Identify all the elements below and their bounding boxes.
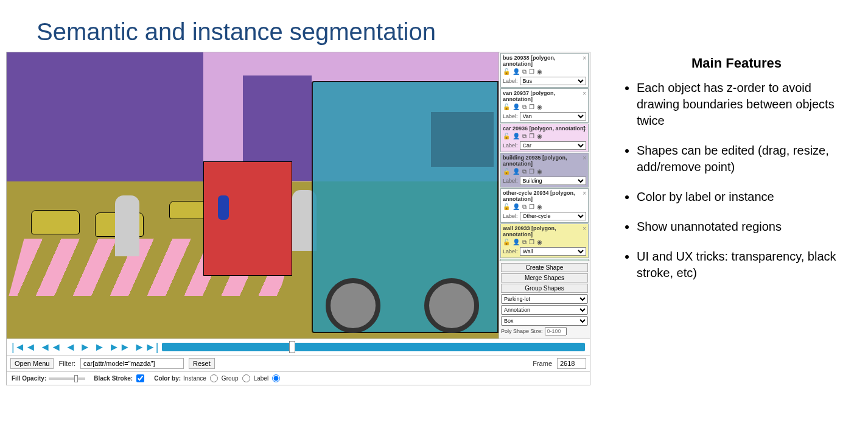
annotation-label-select[interactable]: Other-cycle [520, 212, 586, 220]
segment-rider[interactable] [218, 195, 229, 220]
annotation-card[interactable]: ×other-cycle 20934 [polygon, annotation]… [500, 188, 589, 223]
lock-icon[interactable]: 🔓 [503, 133, 510, 140]
annotation-card[interactable]: ×car 20936 [polygon, annotation]🔓👤⧉❐◉Lab… [500, 124, 589, 152]
close-icon[interactable]: × [583, 155, 586, 161]
annotation-card[interactable]: ×van 20937 [polygon, annotation]🔓👤⧉❐◉Lab… [500, 88, 589, 123]
play-button[interactable]: ► [80, 342, 91, 353]
lock-icon[interactable]: 🔓 [503, 168, 510, 175]
annotation-label-field: Label: [503, 142, 518, 149]
annotation-label-select[interactable]: Building [520, 177, 586, 185]
copy-icon[interactable]: ⧉ [522, 68, 527, 75]
merge-shapes-button[interactable]: Merge Shapes [501, 273, 588, 282]
layers-icon[interactable]: ❐ [529, 203, 534, 211]
annotation-panel: ×bus 20938 [polygon, annotation]🔓👤⧉❐◉Lab… [499, 52, 590, 339]
segment-bus-wheel-1[interactable] [424, 278, 479, 333]
layers-icon[interactable]: ❐ [529, 239, 534, 246]
copy-icon[interactable]: ⧉ [522, 203, 527, 211]
annotation-tool-window: ×bus 20938 [polygon, annotation]🔓👤⧉❐◉Lab… [6, 52, 590, 385]
user-icon[interactable]: 👤 [513, 203, 520, 211]
annotation-header: building 20935 [polygon, annotation] [503, 155, 586, 167]
feature-item: Show unannotated regions [637, 219, 852, 235]
first-frame-button[interactable]: |◄◄ [12, 342, 36, 353]
close-icon[interactable]: × [583, 90, 586, 97]
frame-input[interactable] [557, 358, 586, 369]
close-icon[interactable]: × [583, 125, 586, 132]
annotation-label-select[interactable]: Wall [520, 247, 586, 256]
slide-title: Semantic and instance segmentation [37, 18, 868, 46]
radio-instance[interactable] [210, 374, 218, 382]
annotation-label-select[interactable]: Bus [520, 77, 586, 85]
annotation-card[interactable]: ×building 20935 [polygon, annotation]🔓👤⧉… [500, 153, 589, 188]
open-menu-button[interactable]: Open Menu [10, 358, 54, 369]
eye-icon[interactable]: ◉ [537, 68, 542, 75]
segment-bus-wheel-2[interactable] [326, 278, 380, 333]
lock-icon[interactable]: 🔓 [503, 203, 510, 211]
reset-button[interactable]: Reset [189, 358, 215, 369]
options-bar: Fill Opacity: Black Stroke: Color by: In… [7, 371, 590, 385]
annotation-header: car 20936 [polygon, annotation] [503, 125, 586, 132]
lock-icon[interactable]: 🔓 [503, 68, 510, 75]
annotation-label-field: Label: [503, 78, 518, 84]
poly-size-input[interactable] [545, 327, 567, 335]
user-icon[interactable]: 👤 [513, 239, 520, 246]
layers-icon[interactable]: ❐ [529, 68, 534, 75]
user-icon[interactable]: 👤 [513, 133, 520, 140]
black-stroke-label: Black Stroke: [94, 375, 133, 382]
copy-icon[interactable]: ⧉ [522, 103, 527, 111]
fill-opacity-slider[interactable] [49, 377, 85, 380]
frame-slider[interactable] [162, 343, 585, 351]
black-stroke-checkbox[interactable] [136, 374, 144, 382]
close-icon[interactable]: × [583, 190, 586, 197]
label-select[interactable]: Parking-lot [501, 294, 588, 304]
create-shape-button[interactable]: Create Shape [501, 263, 588, 272]
eye-icon[interactable]: ◉ [537, 203, 542, 211]
copy-icon[interactable]: ⧉ [522, 133, 527, 140]
radio-group[interactable] [242, 374, 250, 382]
step-fwd-button[interactable]: ► [94, 342, 105, 353]
radio-group-label: Group [222, 375, 239, 382]
radio-label[interactable] [272, 374, 280, 382]
close-icon[interactable]: × [583, 225, 586, 232]
copy-icon[interactable]: ⧉ [522, 239, 527, 246]
segment-pedestrian-1[interactable] [115, 195, 139, 256]
user-icon[interactable]: 👤 [513, 103, 520, 111]
filter-input[interactable] [80, 358, 184, 369]
segment-car-3[interactable] [169, 201, 206, 219]
last-frame-button[interactable]: ►►| [134, 342, 158, 353]
user-icon[interactable]: 👤 [513, 168, 520, 175]
eye-icon[interactable]: ◉ [537, 168, 542, 175]
eye-icon[interactable]: ◉ [537, 103, 542, 111]
eye-icon[interactable]: ◉ [537, 133, 542, 140]
layers-icon[interactable]: ❐ [529, 133, 534, 140]
group-shapes-button[interactable]: Group Shapes [501, 284, 588, 293]
annotation-card[interactable]: ×bus 20938 [polygon, annotation]🔓👤⧉❐◉Lab… [500, 53, 589, 88]
color-by-label: Color by: [154, 375, 181, 382]
copy-icon[interactable]: ⧉ [522, 168, 527, 175]
step-fwd-many-button[interactable]: ►► [108, 342, 130, 353]
layers-icon[interactable]: ❐ [529, 103, 534, 111]
annotation-card[interactable]: ×wall 20933 [polygon, annotation]🔓👤⧉❐◉La… [500, 223, 589, 258]
layers-icon[interactable]: ❐ [529, 168, 534, 175]
controls-bar: Open Menu Filter: Reset Frame [7, 355, 590, 371]
step-back-button[interactable]: ◄ [65, 342, 76, 353]
shape-select[interactable]: Box [501, 316, 588, 326]
annotation-label-select[interactable]: Car [520, 141, 586, 150]
panel-bottom-controls: Create Shape Merge Shapes Group Shapes P… [499, 261, 590, 339]
close-icon[interactable]: × [583, 55, 586, 61]
segment-car-1[interactable] [31, 210, 80, 234]
type-select[interactable]: Annotation [501, 305, 588, 315]
segment-buildings[interactable] [7, 52, 203, 181]
user-icon[interactable]: 👤 [513, 68, 520, 75]
lock-icon[interactable]: 🔓 [503, 103, 510, 111]
fill-opacity-label: Fill Opacity: [12, 375, 46, 382]
segmentation-canvas[interactable] [7, 52, 499, 339]
annotation-label-select[interactable]: Van [520, 112, 586, 121]
frame-slider-thumb[interactable] [289, 341, 295, 353]
segment-truck[interactable] [203, 161, 292, 276]
step-back-many-button[interactable]: ◄◄ [40, 342, 61, 353]
feature-item: UI and UX tricks: transparency, black st… [637, 248, 852, 281]
lock-icon[interactable]: 🔓 [503, 239, 510, 246]
annotation-header: wall 20933 [polygon, annotation] [503, 225, 586, 237]
eye-icon[interactable]: ◉ [537, 239, 542, 246]
fill-opacity-thumb[interactable] [74, 375, 78, 382]
